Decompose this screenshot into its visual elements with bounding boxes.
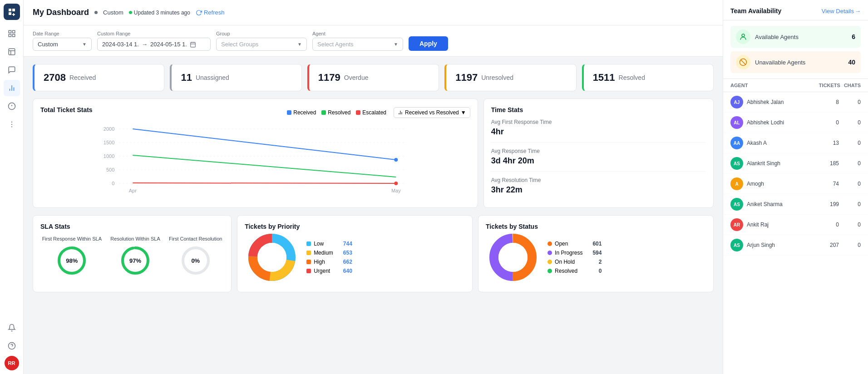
sla-circle-0: 98% (56, 245, 88, 276)
agent-chats: 0 (843, 99, 861, 105)
page-title: My Dashboard (33, 8, 89, 17)
agent-avatar: AJ (730, 96, 743, 108)
date-range-filter: Date Range Custom ▼ (33, 31, 92, 51)
status-content: Open 601 In Progress 594 On Hold 2 (486, 230, 706, 285)
svg-point-50 (257, 243, 286, 272)
sla-resolution: Resolution Within SLA 97% (110, 236, 160, 276)
time-stat-resolution: Avg Resolution Time 3hr 22m (491, 172, 706, 200)
svg-point-15 (11, 126, 12, 127)
available-agents-item: Available Agents 6 (730, 26, 861, 48)
chart-type-dropdown[interactable]: Received vs Resolved ▼ (394, 107, 470, 118)
svg-text:May: May (391, 188, 401, 193)
priority-low: Low 744 (306, 241, 352, 247)
agent-avatar: AL (730, 116, 743, 129)
agent-filter: Agent Select Agents ▼ (312, 31, 403, 51)
sla-stats-card: SLA Stats First Response Within SLA 98% (33, 215, 232, 292)
sidebar-item-help[interactable] (4, 338, 20, 354)
available-icon (736, 30, 750, 44)
agent-name: Abhishek Lodhi (747, 119, 817, 126)
unavailable-icon (736, 55, 750, 69)
agent-name: Amogh (747, 181, 817, 187)
sla-first-contact: First Contact Resolution 0% (169, 236, 222, 276)
agent-chats: 0 (843, 181, 861, 187)
agent-row: AS Aniket Sharma 199 0 (723, 194, 868, 215)
total-ticket-stats-card: Total Ticket Stats Received Resolved (33, 98, 478, 208)
legend-escalated: Escalated (356, 109, 386, 116)
agent-tickets: 0 (821, 119, 839, 126)
svg-text:1000: 1000 (104, 153, 114, 159)
right-panel: Team Availability View Details → Availab… (723, 0, 868, 374)
refresh-button[interactable]: Refresh (196, 9, 225, 16)
sidebar-item-layout[interactable] (4, 44, 20, 60)
sidebar-item-bell[interactable] (4, 320, 20, 336)
filters-bar: Date Range Custom ▼ Custom Range 2024-03… (24, 25, 723, 57)
agent-arrow: ▼ (394, 42, 398, 47)
status-in-progress: In Progress 594 (547, 250, 602, 256)
sidebar-item-ticket[interactable] (4, 98, 20, 114)
agent-row: AS Arjun Singh 207 0 (723, 235, 868, 256)
right-panel-header: Team Availability View Details → (723, 0, 868, 20)
agent-avatar: AS (730, 198, 743, 211)
svg-text:500: 500 (106, 167, 114, 172)
svg-rect-1 (12, 30, 15, 33)
sidebar-item-grid[interactable] (4, 25, 20, 42)
agent-chats: 0 (843, 119, 861, 126)
dashboard-content: 2708 Received 11 Unassigned 1179 Overdue… (24, 57, 723, 374)
topbar: My Dashboard Custom Updated 3 minutes ag… (24, 0, 723, 25)
agent-select[interactable]: Select Agents ▼ (312, 38, 403, 51)
sidebar-item-dashboard[interactable] (4, 80, 20, 96)
apply-button[interactable]: Apply (409, 36, 448, 51)
svg-rect-0 (9, 30, 11, 33)
group-filter: Group Select Groups ▼ (216, 31, 307, 51)
sla-circle-2: 0% (180, 245, 212, 276)
svg-text:0: 0 (112, 181, 114, 186)
svg-point-56 (742, 34, 745, 37)
priority-high: High 662 (306, 259, 352, 265)
update-status: Updated 3 minutes ago (129, 10, 190, 16)
agent-name: Ankit Raj (747, 221, 817, 228)
main-content: My Dashboard Custom Updated 3 minutes ag… (24, 0, 723, 374)
svg-line-58 (741, 60, 746, 65)
svg-point-14 (11, 124, 12, 125)
svg-point-37 (394, 158, 398, 162)
time-stat-first-response: Avg First Response Time 4hr (491, 113, 706, 143)
sla-first-response: First Response Within SLA 98% (42, 236, 102, 276)
svg-point-55 (498, 243, 528, 272)
sidebar-item-more[interactable] (4, 116, 20, 133)
svg-text:Apr: Apr (129, 188, 137, 193)
unavailable-agents-item: Unavailable Agents 40 (730, 51, 861, 73)
custom-range-filter: Custom Range 2024-03-14 1. → 2024-05-15 … (97, 31, 211, 51)
priority-urgent: Urgent 640 (306, 268, 352, 274)
stat-unassigned: 11 Unassigned (170, 64, 301, 91)
priority-content: Low 744 Medium 653 High 662 (245, 230, 465, 285)
agent-name: Abhishek Jalan (747, 99, 817, 105)
agent-row: AJ Abhishek Jalan 8 0 (723, 92, 868, 113)
charts-row: Total Ticket Stats Received Resolved (33, 98, 714, 208)
agent-avatar: A (730, 177, 743, 190)
legend-resolved: Resolved (321, 109, 350, 116)
date-range-select[interactable]: Custom ▼ (33, 38, 92, 51)
agent-row: AA Akash A 13 0 (723, 133, 868, 153)
stat-resolved: 1511 Resolved (582, 64, 714, 91)
agent-list-header: Agent Tickets Chats (723, 79, 868, 92)
custom-range-input[interactable]: 2024-03-14 1. → 2024-05-15 1. (97, 38, 211, 51)
sidebar-item-chat[interactable] (4, 62, 20, 78)
app-logo (4, 4, 20, 20)
availability-section: Available Agents 6 Unavailable Agents 40 (723, 20, 868, 79)
agent-chats: 0 (843, 140, 861, 146)
agent-avatar: AR (730, 218, 743, 231)
view-details-link[interactable]: View Details → (822, 8, 861, 15)
priority-medium: Medium 653 (306, 250, 352, 256)
agent-chats: 0 (843, 242, 861, 248)
status-donut (486, 230, 540, 285)
svg-rect-18 (191, 42, 196, 47)
sla-circle-1: 97% (119, 245, 151, 276)
status-resolved: Resolved 0 (547, 268, 602, 274)
agent-tickets: 185 (821, 160, 839, 167)
online-indicator (129, 11, 132, 14)
agent-avatar: AA (730, 137, 743, 149)
group-select[interactable]: Select Groups ▼ (216, 38, 307, 51)
line-chart: 2000 1500 1000 500 0 Apr May (40, 124, 470, 197)
agent-chats: 0 (843, 201, 861, 207)
user-avatar[interactable]: RR (5, 356, 19, 370)
